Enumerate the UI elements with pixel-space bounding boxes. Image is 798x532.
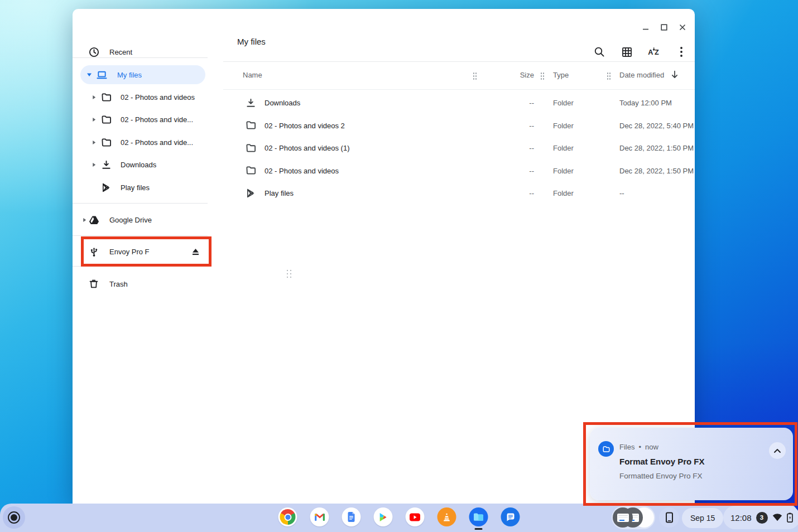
notification-toast[interactable]: Files • now Format Envoy Pro FX Formatte… bbox=[590, 428, 793, 500]
notification-time: now bbox=[645, 443, 658, 451]
phone-hub-button[interactable] bbox=[659, 507, 679, 528]
chevron-collapsed-icon[interactable] bbox=[90, 116, 97, 123]
chevron-collapsed-icon[interactable] bbox=[90, 139, 97, 146]
svg-text:Z: Z bbox=[655, 49, 659, 56]
svg-text:A: A bbox=[648, 49, 653, 56]
sidebar-tree-item-downloads[interactable]: Downloads bbox=[73, 153, 208, 176]
sidebar-item-label: Recent bbox=[109, 48, 132, 56]
sidebar-divider bbox=[73, 235, 208, 236]
sidebar-item-google-drive[interactable]: Google Drive bbox=[73, 209, 208, 231]
file-list: Downloads -- Folder Today 12:00 PM 02 - … bbox=[208, 91, 695, 205]
more-options-icon[interactable] bbox=[670, 41, 693, 63]
launcher-button[interactable] bbox=[3, 506, 25, 529]
youtube-app-icon[interactable] bbox=[406, 507, 425, 526]
column-header-row: Name Size Type Date modified bbox=[208, 61, 695, 89]
column-resize-handle[interactable] bbox=[540, 72, 545, 81]
eject-icon[interactable] bbox=[189, 245, 202, 258]
sidebar-item-label: Trash bbox=[109, 280, 128, 288]
folder-icon bbox=[99, 136, 113, 149]
sidebar-item-my-files[interactable]: My files bbox=[80, 65, 205, 84]
notification-count-badge: 3 bbox=[756, 512, 768, 524]
sidebar-item-recent[interactable]: Recent bbox=[73, 41, 208, 63]
sidebar: Recent My files 02 - Photos an bbox=[73, 9, 208, 504]
play-store-app-icon[interactable] bbox=[374, 507, 393, 526]
download-icon bbox=[99, 158, 113, 171]
gmail-app-icon[interactable] bbox=[310, 507, 329, 526]
sidebar-item-envoy-pro-f[interactable]: Envoy Pro F bbox=[73, 240, 208, 263]
file-size: -- bbox=[487, 144, 534, 152]
chevron-collapsed-icon[interactable] bbox=[90, 161, 97, 168]
vlc-app-icon[interactable] bbox=[438, 507, 456, 526]
toolbar: A Z bbox=[588, 41, 693, 63]
active-app-indicator bbox=[475, 528, 483, 530]
sidebar-tree-item[interactable]: 02 - Photos and videos bbox=[73, 86, 208, 108]
sidebar-item-label: Play files bbox=[121, 183, 150, 192]
column-header-name[interactable]: Name bbox=[243, 71, 262, 79]
download-icon bbox=[244, 96, 257, 109]
sidebar-item-label: My files bbox=[117, 71, 142, 79]
chromeos-desktop: Recent My files 02 - Photos an bbox=[0, 0, 798, 532]
file-date: -- bbox=[619, 189, 624, 197]
file-row[interactable]: 02 - Photos and videos (1) -- Folder Dec… bbox=[208, 137, 695, 159]
sidebar-item-label: 02 - Photos and videos bbox=[121, 93, 195, 101]
column-header-size[interactable]: Size bbox=[487, 71, 534, 79]
chevron-expanded-icon[interactable] bbox=[86, 71, 93, 78]
column-header-type[interactable]: Type bbox=[553, 71, 569, 79]
screenshot-thumbnail[interactable] bbox=[613, 507, 633, 528]
sidebar-divider bbox=[73, 266, 208, 267]
sidebar-item-label: 02 - Photos and vide... bbox=[121, 138, 193, 147]
chrome-app-icon[interactable] bbox=[278, 507, 297, 526]
sidebar-divider bbox=[73, 203, 208, 204]
file-row[interactable]: Play files -- Folder -- bbox=[208, 182, 695, 205]
sidebar-tree-item-play-files[interactable]: Play files bbox=[73, 176, 208, 199]
sort-descending-icon[interactable] bbox=[671, 70, 679, 79]
phone-hub-icon bbox=[665, 512, 674, 523]
column-header-date-modified[interactable]: Date modified bbox=[619, 71, 664, 79]
column-resize-handle[interactable] bbox=[473, 72, 478, 81]
folder-icon bbox=[244, 119, 257, 132]
file-size: -- bbox=[487, 99, 534, 107]
notification-title: Format Envoy Pro FX bbox=[619, 457, 705, 466]
calendar-date-button[interactable]: Sep 15 bbox=[682, 508, 723, 528]
sidebar-tree-item[interactable]: 02 - Photos and vide... bbox=[73, 131, 208, 153]
holding-space-tray[interactable] bbox=[612, 506, 655, 529]
sidebar-tree-item[interactable]: 02 - Photos and vide... bbox=[73, 108, 208, 130]
search-icon[interactable] bbox=[588, 41, 610, 63]
file-type: Folder bbox=[553, 189, 574, 197]
file-type: Folder bbox=[553, 144, 574, 152]
list-divider bbox=[223, 89, 695, 90]
collapse-notification-button[interactable] bbox=[769, 442, 786, 459]
shelf-date: Sep 15 bbox=[690, 514, 715, 523]
battery-icon bbox=[787, 512, 793, 523]
chevron-collapsed-icon[interactable] bbox=[90, 94, 97, 100]
sidebar-item-label: 02 - Photos and vide... bbox=[121, 115, 193, 124]
file-date: Today 12:00 PM bbox=[619, 99, 672, 107]
chevron-up-icon bbox=[773, 448, 781, 453]
laptop-icon bbox=[95, 68, 108, 81]
status-tray[interactable]: 12:08 3 bbox=[723, 506, 798, 529]
sort-az-icon[interactable]: A Z bbox=[643, 41, 665, 63]
files-app-icon[interactable] bbox=[469, 507, 488, 526]
file-date: Dec 28, 2022, 1:50 PM bbox=[619, 144, 694, 152]
file-date: Dec 28, 2022, 1:50 PM bbox=[619, 167, 694, 175]
file-row[interactable]: 02 - Photos and videos -- Folder Dec 28,… bbox=[208, 159, 695, 182]
file-date: Dec 28, 2022, 5:40 PM bbox=[619, 122, 694, 130]
notification-header: Files • now bbox=[619, 443, 658, 451]
trash-icon bbox=[87, 277, 100, 291]
column-resize-handle[interactable] bbox=[607, 72, 612, 81]
sidebar-item-trash[interactable]: Trash bbox=[73, 273, 208, 295]
file-name: 02 - Photos and videos 2 bbox=[265, 122, 345, 130]
file-name: Downloads bbox=[265, 99, 300, 107]
file-type: Folder bbox=[553, 99, 574, 107]
file-row[interactable]: 02 - Photos and videos 2 -- Folder Dec 2… bbox=[208, 114, 695, 137]
shelf-time: 12:08 bbox=[730, 513, 752, 523]
file-row[interactable]: Downloads -- Folder Today 12:00 PM bbox=[208, 91, 695, 114]
messages-app-icon[interactable] bbox=[501, 507, 520, 526]
file-size: -- bbox=[487, 167, 534, 175]
shelf: Sep 15 12:08 3 bbox=[0, 504, 798, 532]
docs-app-icon[interactable] bbox=[342, 507, 361, 526]
usb-icon bbox=[87, 245, 100, 258]
grid-view-icon[interactable] bbox=[616, 41, 638, 63]
files-app-icon bbox=[598, 441, 614, 457]
folder-icon bbox=[244, 141, 257, 154]
